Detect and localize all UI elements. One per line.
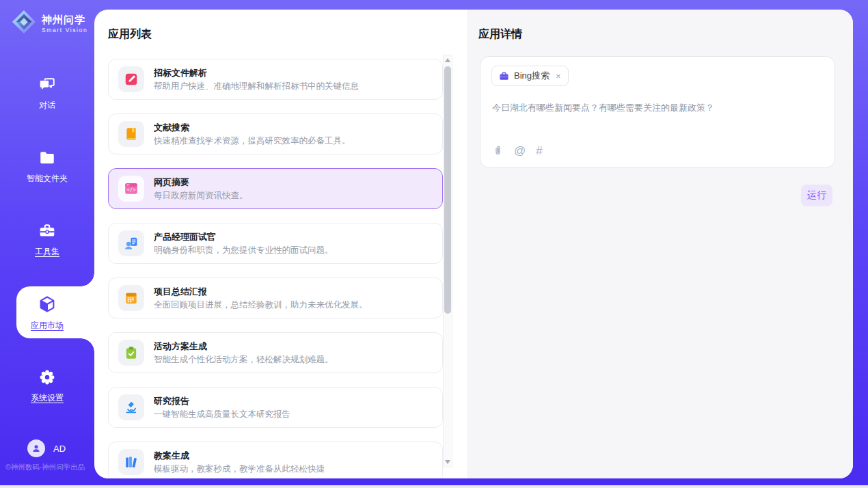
person-icon [31,443,42,454]
book-icon [118,121,144,147]
app-card-title: 教案生成 [154,449,325,463]
app-card-description: 全面回顾项目进展，总结经验教训，助力未来优化发展。 [154,299,368,312]
app-card-research-report[interactable]: 研究报告一键智能生成高质量长文本研究报告 [108,387,443,428]
app-card-title: 产品经理面试官 [154,230,334,244]
prompt-card[interactable]: Bing搜索 × 今日湖北有哪些新闻要点？有哪些需要关注的最新政策？ @ # [480,56,835,168]
copyright-text: ©神州数码·神州问学出品 [5,463,85,472]
sidebar-item-label: 应用市场 [31,321,64,329]
app-card-texts: 项目总结汇报全面回顾项目进展，总结经验教训，助力未来优化发展。 [154,285,368,312]
sidebar-item-app-market[interactable]: 应用市场 [0,275,94,349]
tool-chip[interactable]: Bing搜索 × [491,66,569,86]
sidebar-item-system-settings[interactable]: 系统设置 [0,349,94,422]
app-card-description: 明确身份和职责，为您提供专业性的面试问题。 [154,244,334,257]
browser-code-icon: </> [118,176,144,202]
avatar[interactable] [27,439,45,457]
paperclip-icon[interactable] [492,145,504,157]
brand-subtitle: Smart Vision [42,27,87,33]
app-card-texts: 活动方案生成智能生成个性化活动方案，轻松解决规划难题。 [154,340,334,366]
scrollbar-thumb[interactable] [444,66,451,314]
app-card-description: 一键智能生成高质量长文本研究报告 [154,408,290,421]
cube-icon [38,295,57,316]
at-icon[interactable]: @ [514,145,526,157]
sidebar-item-label: 智能文件夹 [27,174,68,182]
app-card-lesson-plan[interactable]: 教案生成模板驱动，教案秒成，教学准备从此轻松快捷 [108,442,443,478]
app-card-title: 活动方案生成 [154,340,334,353]
app-card-literature-search[interactable]: 文献搜索快速精准查找学术资源，提高研究效率的必备工具。 [108,113,443,154]
briefcase-icon [499,71,509,81]
tool-chip-label: Bing搜索 [514,70,550,82]
sidebar-item-chat[interactable]: 对话 [0,56,94,129]
brand-name: 神州问学 [42,14,87,26]
books-icon [118,449,144,475]
folder-icon [38,149,56,170]
app-card-texts: 研究报告一键智能生成高质量长文本研究报告 [154,394,290,421]
app-card-texts: 网页摘要每日政府新闻资讯快查。 [154,176,248,202]
scroll-up-icon[interactable] [444,55,452,65]
hash-icon[interactable]: # [536,145,542,157]
chat-icon [38,76,56,96]
app-card-texts: 产品经理面试官明确身份和职责，为您提供专业性的面试问题。 [154,230,334,257]
app-detail-title: 应用详情 [478,27,522,42]
app-detail-panel: 应用详情 Bing搜索 × 今日湖北有哪些新闻要点？有哪些需要关注的最新政策？ [467,10,853,478]
sidebar-item-smart-folders[interactable]: 智能文件夹 [0,129,94,202]
app-card-web-summary[interactable]: </>网页摘要每日政府新闻资讯快查。 [108,168,443,209]
sidebar: 神州问学 Smart Vision 对话智能文件夹工具集应用市场系统设置 AD … [0,0,94,485]
app-card-title: 招标文件解析 [154,66,359,80]
app-card-event-plan[interactable]: 活动方案生成智能生成个性化活动方案，轻松解决规划难题。 [108,332,443,373]
sidebar-item-toolset[interactable]: 工具集 [0,202,94,275]
user-initials: AD [53,444,66,454]
brand: 神州问学 Smart Vision [11,9,87,38]
app-card-description: 每日政府新闻资讯快查。 [154,189,248,202]
sidebar-item-label: 对话 [39,101,55,109]
app-card-description: 模板驱动，教案秒成，教学准备从此轻松快捷 [154,463,325,476]
edit-doc-icon [118,66,144,92]
user-profile[interactable]: AD [27,439,66,457]
app-list-title: 应用列表 [108,27,152,42]
app-card-bid-analysis[interactable]: 招标文件解析帮助用户快速、准确地理解和解析招标书中的关键信息 [108,59,443,100]
app-card-texts: 文献搜索快速精准查找学术资源，提高研究效率的必备工具。 [154,121,351,148]
chip-close-icon[interactable]: × [556,71,561,81]
app-list: 招标文件解析帮助用户快速、准确地理解和解析招标书中的关键信息文献搜索快速精准查找… [108,59,443,478]
svg-text:</>: </> [127,187,136,193]
app-card-title: 研究报告 [154,394,290,408]
prompt-text[interactable]: 今日湖北有哪些新闻要点？有哪些需要关注的最新政策？ [492,102,824,114]
microscope-icon [118,394,144,420]
scroll-down-icon[interactable] [444,457,452,467]
brand-logo-icon [11,9,37,38]
app-card-project-summary[interactable]: 项目总结汇报全面回顾项目进展，总结经验教训，助力未来优化发展。 [108,277,443,318]
toolbox-icon [38,222,56,243]
app-card-title: 网页摘要 [154,176,248,189]
run-button[interactable]: 运行 [801,185,832,206]
app-card-description: 智能生成个性化活动方案，轻松解决规划难题。 [154,353,334,366]
app-card-texts: 教案生成模板驱动，教案秒成，教学准备从此轻松快捷 [154,449,325,476]
calendar-report-icon [118,285,144,311]
sidebar-item-label: 工具集 [35,247,59,256]
app-card-title: 文献搜索 [154,121,351,135]
main-content: 应用列表 招标文件解析帮助用户快速、准确地理解和解析招标书中的关键信息文献搜索快… [94,10,853,478]
app-card-texts: 招标文件解析帮助用户快速、准确地理解和解析招标书中的关键信息 [154,66,359,93]
app-card-pm-interviewer[interactable]: 产品经理面试官明确身份和职责，为您提供专业性的面试问题。 [108,223,443,264]
app-card-title: 项目总结汇报 [154,285,368,299]
interviewer-icon [118,230,144,256]
scrollbar[interactable] [443,55,452,467]
app-card-description: 帮助用户快速、准确地理解和解析招标书中的关键信息 [154,80,359,93]
gear-icon [38,368,56,389]
attachment-toolbar: @ # [492,145,543,157]
sidebar-nav: 对话智能文件夹工具集应用市场系统设置 [0,56,94,422]
clipboard-check-icon [118,340,144,366]
app-card-description: 快速精准查找学术资源，提高研究效率的必备工具。 [154,135,351,148]
sidebar-item-label: 系统设置 [31,394,64,402]
